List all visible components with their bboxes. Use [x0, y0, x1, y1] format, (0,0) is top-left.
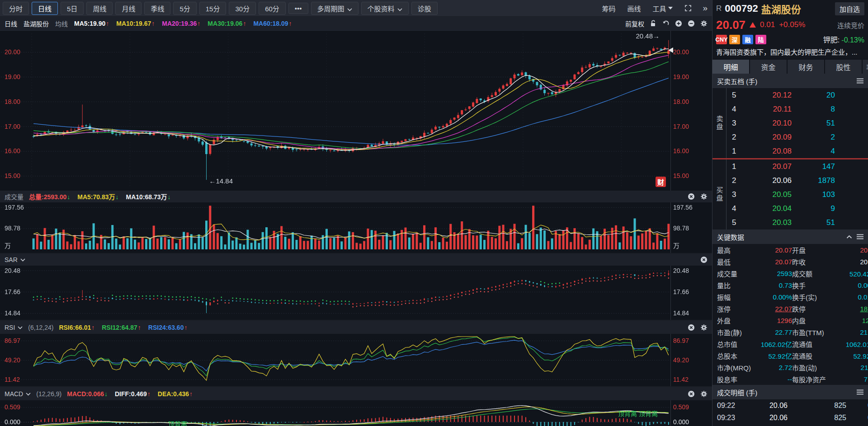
axis-label: 20.00 [5, 48, 20, 56]
buy-level-5[interactable]: 520.0351 [726, 215, 868, 229]
buy-level-3[interactable]: 320.05103 [726, 187, 868, 201]
add-watchlist-button[interactable]: 加自选 [835, 2, 864, 15]
pane-settings-icon[interactable] [700, 390, 708, 398]
menu-icon[interactable] [857, 78, 863, 84]
pane-settings-icon[interactable] [700, 193, 708, 200]
key-value: 2.72 [757, 364, 792, 371]
rsi-title[interactable]: RSI [5, 324, 15, 331]
tools-dropdown[interactable]: 工具 [652, 4, 673, 13]
key-label: 总股本 [717, 351, 757, 360]
axis-label: 197.56 [5, 204, 24, 211]
draw-line-button[interactable]: 画线 [627, 4, 641, 13]
chart-settings-icon[interactable] [700, 20, 708, 27]
macd-values: MACD:0.066↓DIFF:0.469↑DEA:0.436↑ [67, 390, 193, 398]
axis-label: 86.97 [5, 337, 20, 344]
period-button-15分[interactable]: 15分 [199, 2, 226, 15]
zoom-in-icon[interactable] [675, 20, 682, 27]
axis-label: 0.000 [673, 418, 712, 426]
menu-icon[interactable] [857, 234, 863, 239]
sell-level-3[interactable]: 320.1051 [726, 116, 868, 130]
undo-icon[interactable] [662, 20, 670, 27]
macd-canvas[interactable] [0, 400, 712, 426]
key-data-row: 外盘1296内盘1296 [712, 314, 868, 326]
key-data-row: 市净(MRQ)2.72市盈(动)21.11 [712, 361, 868, 373]
ma-group-label[interactable]: 均线 [55, 19, 68, 28]
adjust-mode-button[interactable]: 前复权 [625, 19, 644, 28]
key-label: 市净(MRQ) [717, 363, 757, 372]
sar-title[interactable]: SAR [5, 256, 18, 263]
period-button-分时[interactable]: 分时 [3, 2, 29, 15]
sell-level-2[interactable]: 220.092 [726, 130, 868, 144]
period-button-季线[interactable]: 季线 [144, 2, 170, 15]
tab-财务[interactable]: 财务 [788, 60, 824, 74]
tab-partial[interactable]: 非 [863, 60, 868, 74]
fullscreen-icon[interactable] [684, 5, 692, 12]
tab-资金[interactable]: 资金 [750, 60, 787, 74]
level-price: 20.10 [742, 119, 792, 128]
tab-明细[interactable]: 明细 [712, 60, 749, 74]
stock-info-dropdown[interactable]: 个股资料 [361, 2, 409, 15]
market-flag: R [716, 4, 722, 13]
axis-label: 49.20 [5, 356, 20, 364]
zoom-out-icon[interactable] [688, 20, 695, 27]
key-label: 开盘 [792, 245, 843, 255]
pane-settings-icon[interactable] [700, 324, 708, 331]
buy-level-4[interactable]: 420.049 [726, 201, 868, 215]
sell-level-4[interactable]: 420.118 [726, 102, 868, 116]
chips-button[interactable]: 筹码 [602, 4, 615, 13]
key-value: 0.73 [757, 281, 792, 289]
close-pane-icon[interactable] [688, 193, 695, 200]
period-button-30分[interactable]: 30分 [229, 2, 256, 15]
volume-canvas[interactable] [0, 202, 712, 253]
axis-label: 15.00 [5, 172, 20, 179]
key-label: 最低 [717, 257, 757, 267]
company-description[interactable]: 青海国资委旗下，国内最大的钾肥生产企业，... [712, 46, 868, 59]
period-button-60分[interactable]: 60分 [259, 2, 286, 15]
key-data-row: 市盈(静)22.77市盈(TTM)21.39 [712, 326, 868, 338]
multi-period-dropdown[interactable]: 多周期图 [311, 2, 359, 15]
double-chevron-right-icon[interactable]: » [703, 3, 708, 13]
trade-row: 09:2320.068250 [712, 412, 868, 424]
sell-level-1[interactable]: 120.084 [726, 144, 868, 158]
stock-info-label: 个股资料 [368, 5, 395, 13]
sector-quote[interactable]: 钾肥:-0.13% [823, 34, 864, 45]
buy-level-1[interactable]: 120.07147 [726, 159, 868, 173]
period-label: 日线 [5, 19, 17, 28]
rsi-canvas[interactable] [0, 334, 712, 386]
candlestick-canvas[interactable] [0, 31, 712, 191]
axis-label: 11.42 [673, 376, 712, 383]
key-data-row: 最低20.07昨收20.06 [712, 256, 868, 267]
close-pane-icon[interactable] [688, 390, 695, 398]
buy-level-2[interactable]: 220.061878 [726, 173, 868, 187]
sell-level-5[interactable]: 520.1220 [726, 88, 868, 102]
key-value[interactable]: 18.05 [843, 305, 868, 313]
level-price: 20.09 [742, 133, 792, 142]
period-button-5日[interactable]: 5日 [61, 2, 84, 15]
collapse-icon[interactable] [846, 235, 852, 239]
more-periods-button[interactable]: ••• [288, 3, 308, 14]
menu-icon[interactable] [857, 389, 863, 395]
axis-label: 11.42 [5, 376, 20, 383]
buy-side-label: 买盘 [712, 159, 726, 229]
sar-canvas[interactable] [0, 266, 712, 320]
period-button-月线[interactable]: 月线 [115, 2, 142, 15]
lock-open-icon[interactable] [650, 20, 657, 27]
close-pane-icon[interactable] [700, 256, 708, 263]
macd-title[interactable]: MACD [5, 390, 23, 398]
stock-code: 000792 [725, 3, 758, 14]
key-value: 20.07 [757, 246, 792, 254]
tab-股性[interactable]: 股性 [825, 60, 862, 74]
period-button-日线[interactable]: 日线 [32, 2, 58, 15]
order-book-header: 买卖五档 (手) [712, 74, 868, 88]
trade-extra: 0 [846, 402, 868, 410]
diagnose-button[interactable]: 诊股 [411, 2, 438, 15]
period-button-5分[interactable]: 5分 [173, 2, 196, 15]
axis-label: 16.00 [673, 147, 712, 154]
axis-label: 20.48 [5, 267, 20, 274]
close-pane-icon[interactable] [688, 324, 695, 331]
key-value[interactable]: 22.07 [757, 305, 792, 313]
key-value: 52.92亿 [843, 351, 868, 360]
key-value: 2593 [757, 270, 792, 277]
axis-label: 17.00 [673, 123, 712, 130]
period-button-周线[interactable]: 周线 [86, 2, 113, 15]
